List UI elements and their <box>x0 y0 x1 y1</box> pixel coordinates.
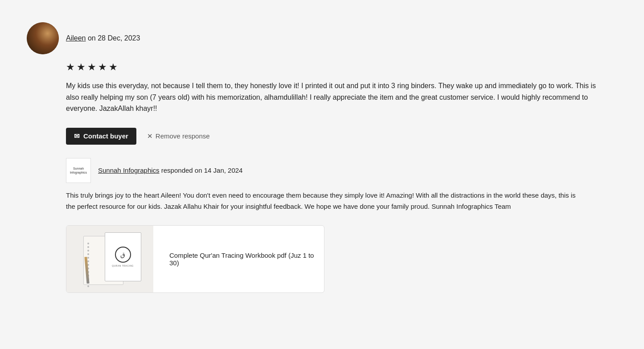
star-3: ★ <box>87 61 96 73</box>
review-container: Aileen on 28 Dec, 2023 ★ ★ ★ ★ ★ My kids… <box>27 13 615 302</box>
star-rating: ★ ★ ★ ★ ★ <box>66 61 615 73</box>
response-date: 14 Jan, 2024 <box>204 166 243 174</box>
x-icon: ✕ <box>147 132 153 140</box>
shop-logo: Sunnah Infographics <box>66 158 91 183</box>
response-meta: Sunnah Infographics responded on 14 Jan,… <box>98 166 242 174</box>
shop-logo-text-line2: Infographics <box>70 170 87 174</box>
contact-buyer-label: Contact buyer <box>83 132 128 140</box>
reviewer-on: on <box>88 34 98 42</box>
reviewer-name-date: Aileen on 28 Dec, 2023 <box>66 34 140 42</box>
review-text: My kids use this everyday, not because I… <box>66 80 601 114</box>
responded-text: responded on <box>161 166 204 174</box>
contact-buyer-button[interactable]: ✉ Contact buyer <box>66 128 136 145</box>
response-header: Sunnah Infographics Sunnah Infographics … <box>66 158 615 183</box>
remove-response-button[interactable]: ✕ Remove response <box>147 132 210 140</box>
shop-logo-text-line1: Sunnah <box>73 166 84 170</box>
front-circle: ق <box>115 247 131 263</box>
page-front: ق Quran Tracing <box>105 232 141 281</box>
product-thumbnail: ق Quran Tracing <box>66 226 153 292</box>
remove-response-label: Remove response <box>156 132 210 140</box>
reviewer-header: Aileen on 28 Dec, 2023 <box>27 22 615 54</box>
reviewer-date: 28 Dec, 2023 <box>98 34 140 42</box>
product-card[interactable]: ق Quran Tracing Complete Qur'an Tracing … <box>66 225 324 293</box>
star-5: ★ <box>109 61 118 73</box>
product-title: Complete Qur'an Tracing Workbook pdf (Ju… <box>162 244 324 274</box>
star-1: ★ <box>66 61 75 73</box>
response-text: This truly brings joy to the heart Ailee… <box>66 190 578 212</box>
workbook-pages: ق Quran Tracing <box>79 232 141 286</box>
star-4: ★ <box>98 61 107 73</box>
action-buttons: ✉ Contact buyer ✕ Remove response <box>66 128 615 145</box>
response-section: Sunnah Infographics Sunnah Infographics … <box>66 158 615 212</box>
reviewer-name[interactable]: Aileen <box>66 34 86 42</box>
avatar <box>27 22 59 54</box>
star-2: ★ <box>77 61 86 73</box>
front-text: Quran Tracing <box>112 264 133 267</box>
mail-icon: ✉ <box>74 132 80 140</box>
response-shop-name[interactable]: Sunnah Infographics <box>98 166 160 174</box>
arabic-char: ق <box>120 251 125 258</box>
